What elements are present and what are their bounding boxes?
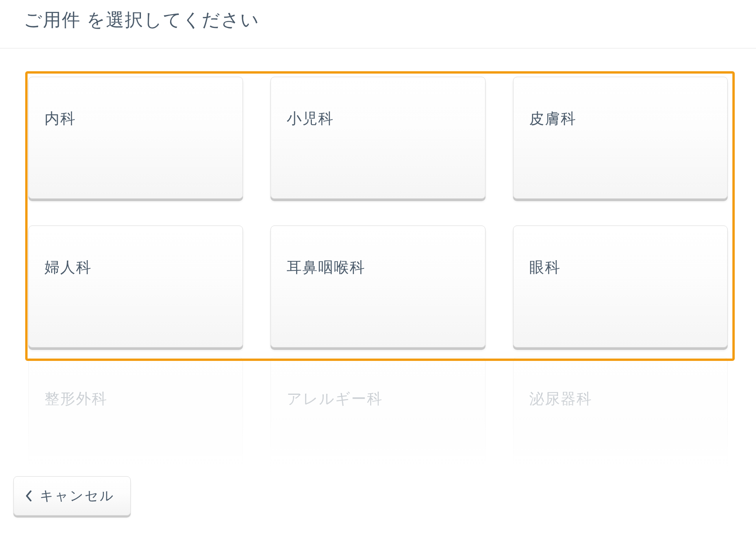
chevron-left-icon	[25, 490, 33, 502]
option-otorhinolaryngology[interactable]: 耳鼻咽喉科	[271, 226, 485, 348]
options-grid: 内科 小児科 皮膚科 婦人科 耳鼻咽喉科 眼科	[24, 72, 732, 352]
main-area: 内科 小児科 皮膚科 婦人科 耳鼻咽喉科 眼科 整形外科 アレルギー科	[0, 48, 756, 473]
option-label: 泌尿器科	[529, 389, 712, 409]
option-label: 内科	[44, 109, 227, 129]
option-label: 耳鼻咽喉科	[287, 257, 469, 277]
cancel-button-label: キャンセル	[40, 487, 115, 505]
option-label: 眼科	[529, 257, 712, 277]
option-orthopedics[interactable]: 整形外科	[28, 357, 243, 473]
option-label: 整形外科	[44, 389, 227, 409]
option-label: 皮膚科	[529, 109, 712, 129]
option-label: 婦人科	[44, 257, 227, 277]
option-allergy[interactable]: アレルギー科	[271, 357, 485, 473]
header: ご用件 を選択してください	[0, 0, 756, 48]
options-scroll-container: 内科 小児科 皮膚科 婦人科 耳鼻咽喉科 眼科 整形外科 アレルギー科	[24, 72, 732, 473]
option-gynecology[interactable]: 婦人科	[28, 226, 243, 348]
option-ophthalmology[interactable]: 眼科	[513, 226, 728, 348]
cancel-bar: キャンセル	[13, 476, 131, 516]
option-label: 小児科	[287, 109, 469, 129]
option-label: アレルギー科	[287, 389, 469, 409]
option-pediatrics[interactable]: 小児科	[271, 77, 485, 199]
option-internal-medicine[interactable]: 内科	[28, 77, 243, 199]
option-urology[interactable]: 泌尿器科	[513, 357, 728, 473]
cancel-button[interactable]: キャンセル	[13, 476, 131, 516]
option-dermatology[interactable]: 皮膚科	[513, 77, 728, 199]
page-title: ご用件 を選択してください	[24, 8, 732, 32]
options-grid-row-3: 整形外科 アレルギー科 泌尿器科	[24, 352, 732, 473]
